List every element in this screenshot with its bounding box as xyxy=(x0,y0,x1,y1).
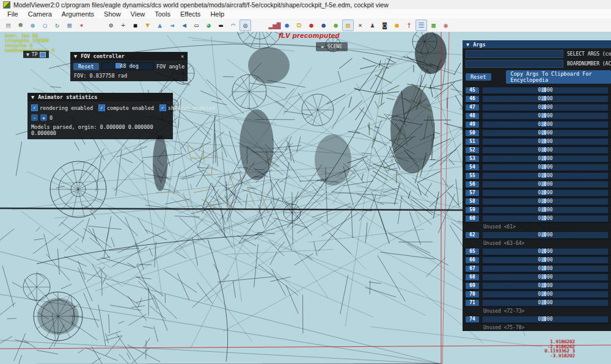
arg-value-slider[interactable]: 0.000 xyxy=(482,147,609,154)
cone-icon[interactable]: ▲ xyxy=(154,20,166,31)
counter-increment-button[interactable]: + xyxy=(40,114,47,121)
resize-arrows-icon[interactable]: × xyxy=(354,20,366,31)
refresh-icon[interactable]: ↻ xyxy=(51,20,63,31)
menu-item-camera[interactable]: Camera xyxy=(23,10,57,18)
arg-number-button[interactable]: 62 xyxy=(466,232,479,238)
arg-value-slider[interactable]: 0.000 xyxy=(482,291,609,298)
arg-value-slider[interactable]: 0.000 xyxy=(482,282,609,289)
menu-item-arguments[interactable]: Arguments xyxy=(57,10,99,18)
arg-value-slider[interactable]: 0.000 xyxy=(482,274,609,281)
circle-outline-icon[interactable]: ○ xyxy=(39,20,51,31)
arg-value-slider[interactable]: 0.000 xyxy=(482,257,609,264)
arg-value-slider[interactable]: 0.000 xyxy=(482,206,609,214)
arrow-in-icon[interactable]: ◀ xyxy=(178,20,190,31)
sphere-blue-icon[interactable]: ● xyxy=(281,20,293,31)
arg-number-button[interactable]: 71 xyxy=(466,300,479,306)
arg-value-slider[interactable]: 0.000 xyxy=(482,316,609,323)
shell-icon[interactable]: ● xyxy=(391,20,403,31)
sphere-light-icon[interactable]: ● xyxy=(27,20,38,31)
args-reset-button[interactable]: Reset xyxy=(466,73,491,81)
sphere-red-icon[interactable]: ● xyxy=(306,20,317,31)
args-panel-titlebar[interactable]: ▼ Args xyxy=(463,40,611,48)
menu-item-view[interactable]: View xyxy=(126,10,150,18)
arg-value-slider[interactable]: 0.000 xyxy=(482,104,609,111)
menu-item-show[interactable]: Show xyxy=(99,10,126,18)
curve-icon[interactable]: ◠ xyxy=(227,20,239,31)
menu-item-tools[interactable]: Tools xyxy=(150,10,175,18)
open-file-icon[interactable]: ▤ xyxy=(2,20,14,31)
arg-value-slider[interactable]: 0.000 xyxy=(482,129,609,137)
arg-number-button[interactable]: 66 xyxy=(466,257,479,263)
close-icon[interactable]: ✕ xyxy=(181,53,184,59)
menu-item-help[interactable]: Help xyxy=(205,10,229,18)
arg-value-slider[interactable]: 0.000 xyxy=(482,215,609,222)
traffic-light-icon[interactable]: ◕ xyxy=(203,20,214,31)
image-edit-icon[interactable]: ▧ xyxy=(342,20,354,31)
user-view-icon[interactable]: ☻ xyxy=(15,20,26,31)
camera-icon[interactable]: ◙ xyxy=(379,20,390,31)
arg-number-button[interactable]: 53 xyxy=(466,156,479,162)
arg-value-slider[interactable]: 0.000 xyxy=(482,231,609,239)
record-icon[interactable]: ◉ xyxy=(440,20,452,31)
quad-view-icon[interactable]: ◼ xyxy=(130,20,141,31)
fov-panel-titlebar[interactable]: ▼ FOV controller ✕ xyxy=(70,52,188,60)
arg-value-slider[interactable]: 0.000 xyxy=(482,181,609,188)
filter-icon[interactable]: ▼ xyxy=(142,20,153,31)
tp-panel-header[interactable]: ▼ TP xyxy=(23,51,49,58)
arg-number-button[interactable]: 65 xyxy=(466,249,479,255)
arg-value-slider[interactable]: 0.000 xyxy=(482,112,609,120)
counter-decrement-button[interactable]: - xyxy=(31,114,38,121)
arg-value-slider[interactable]: 0.000 xyxy=(482,172,609,180)
arg-value-slider[interactable]: 0.000 xyxy=(482,299,609,307)
checkbox-shadows-enabled[interactable]: ✓shadows enabled xyxy=(159,104,215,111)
menu-item-effects[interactable]: Effects xyxy=(175,10,205,18)
monitor-icon[interactable]: ▭ xyxy=(191,20,202,31)
arg-number-button[interactable]: 51 xyxy=(466,139,479,145)
arrow-left-icon[interactable]: ◄ xyxy=(166,20,178,31)
checkbox-compute-enabled[interactable]: ✓compute enabled xyxy=(98,104,154,111)
arg-value-slider[interactable]: 0.000 xyxy=(482,87,609,94)
arg-number-button[interactable]: 47 xyxy=(466,104,479,111)
figure-icon[interactable]: ♟ xyxy=(367,20,378,31)
arg-number-button[interactable]: 74 xyxy=(466,316,479,322)
sphere-navy-icon[interactable]: ● xyxy=(318,20,329,31)
model-viewport[interactable]: Aver. fps 60 triangles 170309 textures 0… xyxy=(0,32,611,364)
arg-value-slider[interactable]: 0.000 xyxy=(482,155,609,162)
select-args-input[interactable] xyxy=(466,50,563,58)
arg-value-slider[interactable]: 0.000 xyxy=(482,95,609,103)
arg-number-button[interactable]: 67 xyxy=(466,266,479,272)
sphere-green-icon[interactable]: ● xyxy=(330,20,342,31)
camera-rig-icon[interactable]: ⚙ xyxy=(105,20,117,31)
fov-reset-button[interactable]: Reset xyxy=(73,63,99,70)
outline-list-icon[interactable]: ☰ xyxy=(415,20,427,31)
crosshair-icon[interactable]: + xyxy=(117,20,129,31)
arg-number-button[interactable]: 49 xyxy=(466,122,479,128)
scene-panel-button[interactable]: ► SCENE xyxy=(316,42,348,51)
arg-value-slider[interactable]: 0.000 xyxy=(482,265,609,272)
menu-item-file[interactable]: File xyxy=(2,10,23,18)
grid-dots-icon[interactable]: ▩ xyxy=(428,20,439,31)
arg-number-button[interactable]: 56 xyxy=(466,181,479,187)
arg-number-button[interactable]: 48 xyxy=(466,113,479,119)
arg-number-button[interactable]: 46 xyxy=(466,96,479,102)
arg-value-slider[interactable]: 0.000 xyxy=(482,198,609,205)
screen-icon[interactable]: ▬ xyxy=(215,20,227,31)
image-icon[interactable]: ▦ xyxy=(64,20,75,31)
circle-dot-icon[interactable]: ◎ xyxy=(240,20,251,31)
arg-number-button[interactable]: 57 xyxy=(466,190,479,196)
checkbox-rendering-enabled[interactable]: ✓rendering enabled xyxy=(31,104,93,111)
bar-chart-icon[interactable]: ▂▅▇ xyxy=(269,20,280,31)
arg-number-button[interactable]: 70 xyxy=(466,291,479,297)
arg-number-button[interactable]: 59 xyxy=(466,207,479,213)
copy-args-button[interactable]: Copy Args To Clipboard For Encyclopedia xyxy=(506,70,611,84)
arg-value-slider[interactable]: 0.000 xyxy=(482,138,609,145)
run-export-icon[interactable]: ✶ xyxy=(76,20,87,31)
arg-number-button[interactable]: 60 xyxy=(466,216,479,222)
arg-number-button[interactable]: 69 xyxy=(466,283,479,289)
arg-value-slider[interactable]: 0.000 xyxy=(482,189,609,197)
mannequin-icon[interactable]: † xyxy=(403,20,415,31)
fov-angle-slider[interactable]: 48 deg xyxy=(101,62,154,70)
arg-number-button[interactable]: 68 xyxy=(466,274,479,280)
arg-number-button[interactable]: 52 xyxy=(466,147,479,153)
copy-pages-icon[interactable]: ⧉ xyxy=(293,20,305,31)
